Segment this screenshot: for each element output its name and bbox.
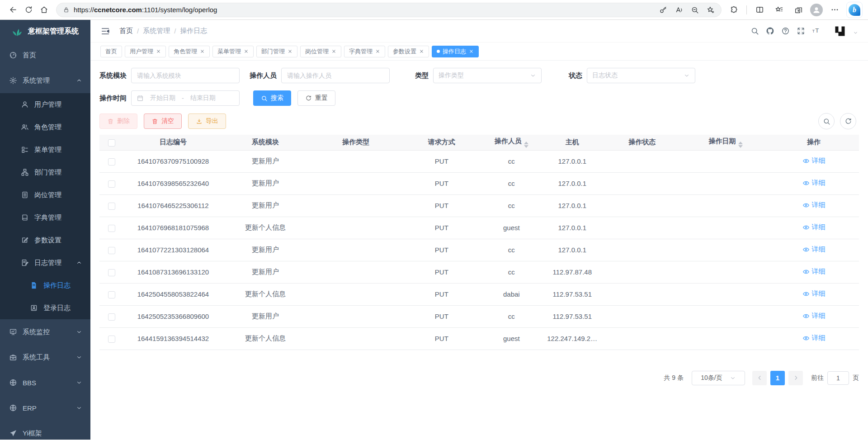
date-range-input[interactable]: 开始日期 - 结束日期	[131, 90, 240, 106]
detail-link[interactable]: 详细	[802, 312, 826, 320]
sidebar-item-7[interactable]: 字典管理	[0, 206, 90, 229]
detail-link[interactable]: 详细	[802, 223, 826, 232]
module-input[interactable]	[131, 68, 240, 83]
export-button[interactable]: 导出	[188, 114, 226, 129]
reset-button[interactable]: 重置	[297, 90, 335, 106]
detail-link[interactable]: 详细	[802, 201, 826, 209]
browser-settings-button[interactable]	[827, 2, 842, 18]
row-checkbox[interactable]	[108, 336, 115, 343]
page-1-button[interactable]: 1	[770, 371, 785, 385]
type-select[interactable]: 操作类型	[433, 68, 542, 83]
read-aloud-icon[interactable]	[675, 6, 683, 14]
goto-page-input[interactable]	[827, 371, 849, 385]
select-all-checkbox[interactable]	[108, 139, 115, 147]
close-icon[interactable]	[375, 49, 380, 54]
font-size-icon[interactable]: TT	[812, 27, 821, 35]
row-checkbox[interactable]	[108, 225, 115, 232]
sidebar-item-11[interactable]: 登录日志	[0, 297, 90, 319]
row-checkbox[interactable]	[108, 158, 115, 166]
collections-button[interactable]	[791, 2, 806, 18]
chevron-down-icon[interactable]	[853, 30, 858, 35]
detail-link[interactable]: 详细	[802, 289, 826, 298]
sort-caret-icon[interactable]	[524, 142, 528, 148]
sidebar-item-5[interactable]: 部门管理	[0, 161, 90, 184]
detail-link[interactable]: 详细	[802, 334, 826, 342]
sidebar-item-3[interactable]: 角色管理	[0, 116, 90, 138]
row-checkbox[interactable]	[108, 247, 115, 254]
tab-6[interactable]: 字典管理	[344, 46, 385, 57]
row-checkbox[interactable]	[108, 203, 115, 210]
bing-chat-button[interactable]: b	[846, 2, 863, 18]
row-checkbox[interactable]	[108, 313, 115, 321]
favorites-button[interactable]	[771, 2, 787, 18]
detail-link[interactable]: 详细	[802, 267, 826, 276]
clear-button[interactable]: 清空	[144, 114, 182, 129]
delete-button[interactable]: 删除	[99, 114, 137, 129]
github-icon[interactable]	[766, 27, 774, 35]
address-bar[interactable]: https://ccnetcore.com:1101/system/log/op…	[56, 3, 722, 17]
sidebar-item-8[interactable]: 参数设置	[0, 229, 90, 251]
next-page-button[interactable]	[788, 371, 803, 385]
fullscreen-icon[interactable]	[797, 27, 805, 35]
close-icon[interactable]	[288, 49, 292, 54]
sidebar-item-12[interactable]: 系统监控	[0, 319, 90, 345]
split-screen-button[interactable]	[752, 2, 767, 18]
tab-4[interactable]: 部门管理	[256, 46, 297, 57]
global-search-icon[interactable]	[750, 27, 759, 35]
sidebar-item-2[interactable]: 用户管理	[0, 93, 90, 116]
detail-link[interactable]: 详细	[802, 245, 826, 254]
detail-link[interactable]: 详细	[802, 179, 826, 187]
tab-8[interactable]: 操作日志	[432, 46, 479, 57]
sidebar-item-14[interactable]: BBS	[0, 370, 90, 395]
add-favorite-icon[interactable]	[707, 6, 715, 14]
user-avatar-logo[interactable]	[834, 25, 846, 38]
close-icon[interactable]	[331, 49, 336, 54]
row-checkbox[interactable]	[108, 291, 115, 298]
browser-home-button[interactable]	[36, 2, 52, 18]
collapse-sidebar-icon[interactable]	[100, 26, 110, 36]
zoom-out-icon[interactable]	[691, 6, 699, 14]
browser-refresh-button[interactable]	[21, 2, 36, 18]
close-icon[interactable]	[200, 49, 205, 54]
sidebar-item-4[interactable]: 菜单管理	[0, 138, 90, 161]
sidebar-item-0[interactable]: 首页	[0, 43, 90, 68]
action-cell: 详细	[769, 327, 859, 350]
help-icon[interactable]	[781, 27, 790, 35]
tab-5[interactable]: 岗位管理	[300, 46, 341, 57]
sort-caret-icon[interactable]	[738, 142, 743, 148]
password-key-icon[interactable]	[659, 6, 667, 14]
breadcrumb-home[interactable]: 首页	[119, 27, 133, 35]
table-refresh-button[interactable]	[840, 113, 856, 129]
tab-7[interactable]: 参数设置	[388, 46, 429, 57]
log-id-cell: 1641076968181075968	[124, 217, 222, 239]
tab-3[interactable]: 菜单管理	[212, 46, 254, 57]
extensions-button[interactable]	[726, 2, 741, 18]
browser-back-button[interactable]	[5, 2, 21, 18]
detail-link[interactable]: 详细	[802, 156, 826, 165]
sidebar-item-9[interactable]: 日志管理	[0, 251, 90, 274]
row-checkbox[interactable]	[108, 180, 115, 188]
close-icon[interactable]	[156, 49, 161, 54]
sidebar-item-15[interactable]: ERP	[0, 395, 90, 421]
sidebar-item-13[interactable]: 系统工具	[0, 345, 90, 370]
tab-1[interactable]: 用户管理	[125, 46, 166, 57]
sidebar-item-16[interactable]: Yi框架	[0, 421, 90, 440]
operator-input[interactable]	[281, 68, 390, 83]
close-icon[interactable]	[244, 49, 249, 54]
close-icon[interactable]	[419, 49, 424, 54]
breadcrumb-system[interactable]: 系统管理	[143, 27, 170, 35]
page-size-select[interactable]: 10条/页	[692, 371, 745, 385]
close-icon[interactable]	[469, 49, 474, 54]
app-logo[interactable]: 意框架管理系统	[0, 20, 90, 43]
sidebar-item-10[interactable]: 操作日志	[0, 274, 90, 297]
sidebar-item-1[interactable]: 系统管理	[0, 68, 90, 93]
search-button[interactable]: 搜索	[253, 90, 291, 106]
table-search-button[interactable]	[818, 113, 835, 129]
browser-profile-avatar[interactable]	[810, 4, 823, 16]
prev-page-button[interactable]	[752, 371, 767, 385]
status-select[interactable]: 日志状态	[587, 68, 695, 83]
tab-2[interactable]: 角色管理	[169, 46, 210, 57]
tab-0[interactable]: 首页	[100, 46, 122, 57]
row-checkbox[interactable]	[108, 269, 115, 276]
sidebar-item-6[interactable]: 岗位管理	[0, 184, 90, 206]
